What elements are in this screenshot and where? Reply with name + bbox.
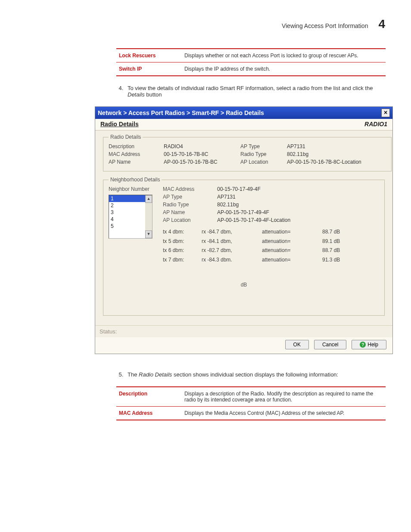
status-bar: Status: xyxy=(95,325,392,337)
def-label: Switch IP xyxy=(116,62,182,76)
def-desc: Displays the Media Access Control (MAC) … xyxy=(182,407,386,420)
cancel-button[interactable]: Cancel xyxy=(314,340,346,349)
field-label: AP Location xyxy=(163,217,210,223)
tx-row: tx 7 dbm: rx -84.3 dbm. attenuation= 91.… xyxy=(163,255,379,265)
dialog-titlebar: Network > Access Port Radios > Smart-RF … xyxy=(95,107,392,119)
dialog-body: Radio Details Description RADIO4 AP Type… xyxy=(95,131,392,325)
def-label: MAC Address xyxy=(116,407,182,420)
rx-val: rx -84.3 dbm. xyxy=(202,255,258,265)
field-value: 802.11bg xyxy=(287,151,386,157)
tx-row: tx 5 dbm: rx -84.1 dbm, attenuation= 89.… xyxy=(163,237,379,246)
db-unit-label: dB xyxy=(109,282,379,288)
att-label: attenuation= xyxy=(262,237,318,246)
list-item[interactable]: 1 xyxy=(109,195,145,202)
db-val: 88.7 dB xyxy=(322,246,352,255)
def-label: Description xyxy=(116,387,182,407)
tx-readings: tx 4 dbm: rx -84.7 dbm, attenuation= 88.… xyxy=(163,227,379,264)
neighborhood-group: Neighborhood Details Neighbor Number 1 2… xyxy=(103,177,385,316)
dialog-subheader: Radio Details RADIO1 xyxy=(95,119,392,131)
tx-val: tx 5 dbm: xyxy=(163,237,197,246)
tx-val: tx 4 dbm: xyxy=(163,227,197,237)
tx-val: tx 6 dbm: xyxy=(163,246,197,255)
top-definition-table: Lock Rescuers Displays whether or not ea… xyxy=(116,48,386,76)
neighbor-details-grid: MAC Address 00-15-70-17-49-4F AP Type AP… xyxy=(163,186,379,264)
db-val: 88.7 dB xyxy=(322,227,352,237)
page-header-number: 4 xyxy=(378,17,385,31)
radio-details-dialog: Network > Access Port Radios > Smart-RF … xyxy=(95,106,393,354)
field-value: AP-00-15-70-16-7B-8C-Location xyxy=(287,159,386,165)
help-icon: ? xyxy=(360,342,366,348)
close-icon[interactable]: × xyxy=(381,109,390,117)
rx-val: rx -84.7 dbm, xyxy=(202,227,258,237)
field-value: AP7131 xyxy=(217,194,379,200)
tx-row: tx 6 dbm: rx -82.7 dbm, attenuation= 88.… xyxy=(163,246,379,255)
neighbor-number-column: Neighbor Number 1 2 3 4 5 ▲ ▼ xyxy=(109,186,153,264)
breadcrumb-sep: > xyxy=(123,109,128,116)
field-value: AP-00-15-70-17-49-4F-Location xyxy=(217,217,379,223)
field-label: Description xyxy=(109,143,160,149)
att-label: attenuation= xyxy=(262,246,318,255)
step5-text-after: section shows individual section display… xyxy=(172,371,338,378)
neighborhood-legend: Neighborhood Details xyxy=(109,177,162,183)
field-label: AP Type xyxy=(240,143,283,149)
field-value: RADIO4 xyxy=(164,143,237,149)
breadcrumb-item: Smart-RF xyxy=(192,109,219,116)
help-button[interactable]: ? Help xyxy=(352,340,386,349)
rx-val: rx -82.7 dbm, xyxy=(202,246,258,255)
field-value: AP-00-15-70-16-7B-BC xyxy=(164,159,237,165)
def-desc: Displays whether or not each Access Port… xyxy=(182,49,386,62)
breadcrumb-sep: > xyxy=(221,109,226,116)
db-val: 91.3 dB xyxy=(322,255,352,265)
step4-button-name: Details xyxy=(128,91,145,98)
breadcrumb-item: Network xyxy=(98,109,121,116)
field-value: AP7131 xyxy=(287,143,386,149)
neighbor-number-listbox[interactable]: 1 2 3 4 5 ▲ ▼ xyxy=(109,195,153,239)
field-label: MAC Address xyxy=(109,151,160,157)
step-4: To view the details of individual radio … xyxy=(125,85,385,98)
rx-val: rx -84.1 dbm, xyxy=(202,237,258,246)
scroll-track[interactable] xyxy=(145,203,152,230)
tx-val: tx 7 dbm: xyxy=(163,255,197,265)
att-label: attenuation= xyxy=(262,255,318,265)
neighbor-number-label: Neighbor Number xyxy=(109,186,149,192)
field-label: AP Type xyxy=(163,194,210,200)
status-label: Status: xyxy=(100,328,117,335)
field-label: AP Location xyxy=(240,159,283,165)
step5-text-before: The xyxy=(128,371,139,378)
db-val: 89.1 dB xyxy=(322,237,352,246)
listbox-scrollbar[interactable]: ▲ ▼ xyxy=(145,195,152,238)
field-label: AP Name xyxy=(163,209,210,215)
scroll-down-icon[interactable]: ▼ xyxy=(145,230,152,238)
breadcrumb-item: Access Port Radios xyxy=(128,109,185,116)
field-label: Radio Type xyxy=(163,202,210,208)
field-label: AP Name xyxy=(109,159,160,165)
breadcrumb-item: Radio Details xyxy=(226,109,264,116)
radio-details-group: Radio Details Description RADIO4 AP Type… xyxy=(103,134,392,171)
field-value: 00-15-70-17-49-4F xyxy=(217,186,379,192)
list-item[interactable]: 2 xyxy=(109,202,145,209)
att-label: attenuation= xyxy=(262,227,318,237)
def-label: Lock Rescuers xyxy=(116,49,182,62)
field-value: 802.11bg xyxy=(217,202,379,208)
step-5: The Radio Details section shows individu… xyxy=(125,371,385,378)
breadcrumb-sep: > xyxy=(187,109,192,116)
list-item[interactable]: 3 xyxy=(109,209,145,216)
field-label: MAC Address xyxy=(163,186,210,192)
dialog-subtitle: Radio Details xyxy=(100,121,139,128)
field-value: AP-00-15-70-17-49-4F xyxy=(217,209,379,215)
radio-details-grid: Description RADIO4 AP Type AP7131 MAC Ad… xyxy=(109,143,386,165)
ok-button[interactable]: OK xyxy=(285,340,309,349)
def-desc: Displays a description of the Radio. Mod… xyxy=(182,387,386,407)
scroll-up-icon[interactable]: ▲ xyxy=(145,195,152,203)
bottom-definition-table: Description Displays a description of th… xyxy=(116,386,386,420)
list-item[interactable]: 4 xyxy=(109,216,145,223)
list-item[interactable]: 5 xyxy=(109,223,145,230)
field-value: 00-15-70-16-7B-8C xyxy=(164,151,237,157)
steps-list: To view the details of individual radio … xyxy=(116,85,385,98)
page-running-header: Viewing Access Port Information 4 xyxy=(26,17,385,31)
step4-text-before: To view the details of individual radio … xyxy=(128,85,373,91)
def-desc: Displays the IP address of the switch. xyxy=(182,62,386,76)
help-button-label: Help xyxy=(367,342,378,348)
dialog-button-row: OK Cancel ? Help xyxy=(95,337,392,354)
step5-italic: Radio Details xyxy=(139,371,172,378)
